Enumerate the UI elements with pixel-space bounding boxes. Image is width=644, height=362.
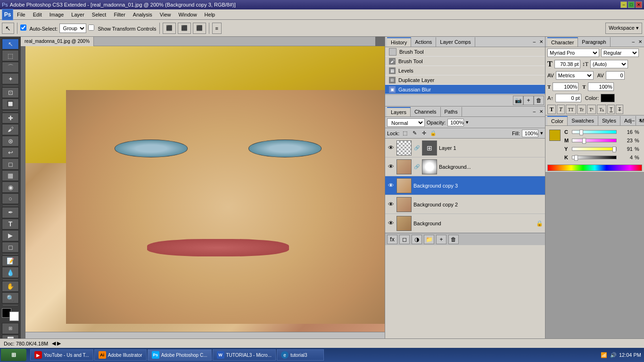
tracking-select[interactable]: Metrics Optical: [556, 71, 594, 80]
paragraph-tab[interactable]: Paragraph: [578, 37, 610, 47]
minimize-button[interactable]: –: [620, 1, 627, 8]
actions-tab[interactable]: Actions: [411, 37, 436, 47]
sub-btn[interactable]: T₁: [597, 105, 606, 114]
align-left-btn[interactable]: ⬛: [163, 23, 176, 34]
magic-wand-tool[interactable]: ✦: [2, 73, 19, 84]
canvas-area[interactable]: real_madonna_01.jpg @ 200% Doc: 780.0K/4…: [21, 37, 385, 348]
text-tool[interactable]: T: [2, 219, 19, 230]
path-selection-tool[interactable]: ▶: [2, 230, 19, 241]
menu-select[interactable]: Select: [88, 9, 110, 20]
font-style-select[interactable]: Regular Bold Italic: [601, 49, 639, 57]
layer-item-bgcopy2[interactable]: 👁 Background copy 2: [385, 195, 545, 214]
strikethrough-btn[interactable]: T: [616, 105, 623, 114]
taskbar-photoshop[interactable]: Ps Adobe Photoshop C...: [148, 349, 212, 361]
layers-tab[interactable]: Layers: [387, 107, 411, 116]
eyedropper2-tool[interactable]: 💧: [2, 267, 19, 278]
opacity-arrows[interactable]: ▾: [466, 119, 469, 125]
taskbar-tutorial3[interactable]: e tutorial3: [277, 349, 324, 361]
distribute-btn[interactable]: ≡: [212, 23, 222, 34]
cyan-thumb[interactable]: [579, 130, 583, 135]
fill-input[interactable]: [522, 130, 538, 137]
menu-window[interactable]: Window: [174, 9, 200, 20]
bg-visibility[interactable]: 👁: [387, 220, 395, 227]
history-item-2[interactable]: ▦ Levels: [385, 66, 545, 75]
document-tab[interactable]: real_madonna_01.jpg @ 200%: [21, 37, 94, 46]
opacity-input[interactable]: [447, 119, 464, 126]
layer1-visibility[interactable]: 👁: [387, 144, 395, 152]
quick-mask-btn[interactable]: ⊞: [2, 323, 19, 334]
menu-image[interactable]: Image: [46, 9, 68, 20]
blur-tool[interactable]: ◉: [2, 181, 19, 192]
new-state-btn[interactable]: +: [523, 96, 534, 105]
bold-btn[interactable]: T: [547, 105, 556, 114]
layer-item-background[interactable]: 👁 🔗 Background...: [385, 157, 545, 176]
styles-tab[interactable]: Styles: [598, 116, 620, 125]
paths-tab[interactable]: Paths: [441, 107, 462, 116]
layer-group-btn[interactable]: 📁: [424, 235, 434, 244]
history-item-4[interactable]: ▣ Gaussian Blur: [385, 85, 545, 94]
layers-close[interactable]: ✕: [539, 109, 543, 114]
horizontal-scrollbar[interactable]: [25, 332, 385, 338]
autoselect-dropdown[interactable]: Group Layer: [59, 24, 86, 33]
layer-item-bgcopy3[interactable]: 👁 Background copy 3: [385, 176, 545, 195]
eyedropper-tool[interactable]: 🔲: [2, 99, 19, 109]
layer-mask-btn[interactable]: ◻: [399, 235, 410, 244]
magenta-thumb[interactable]: [582, 138, 586, 144]
new-snapshot-btn[interactable]: 📷: [513, 96, 523, 105]
bgcopy3-visibility[interactable]: 👁: [387, 182, 395, 189]
delete-state-btn[interactable]: 🗑: [534, 96, 544, 105]
taskbar-youtube[interactable]: ▶ YouTube - Us and T...: [30, 349, 93, 361]
dodge-tool[interactable]: ○: [2, 193, 19, 204]
lock-all-icon[interactable]: 🔒: [429, 130, 437, 137]
underline-btn[interactable]: T: [607, 105, 615, 114]
allcaps-btn[interactable]: TT: [566, 105, 576, 114]
move-tool-btn[interactable]: ↖: [2, 23, 14, 34]
selection-tool[interactable]: ⬚: [2, 50, 19, 61]
align-center-btn[interactable]: ⬛: [178, 23, 191, 34]
fill-arrows[interactable]: ▾: [540, 130, 543, 136]
history-tab[interactable]: History: [387, 37, 411, 47]
text-color-swatch[interactable]: [601, 94, 615, 102]
blend-mode-select[interactable]: Normal Multiply Screen: [387, 118, 425, 127]
healing-brush-tool[interactable]: ✚: [2, 113, 19, 123]
color-swatch[interactable]: [549, 130, 561, 141]
menu-analysis[interactable]: Analysis: [129, 9, 156, 20]
color-close[interactable]: ✕: [638, 118, 642, 123]
menu-help[interactable]: Help: [201, 9, 219, 20]
swatches-tab[interactable]: Swatches: [568, 116, 598, 125]
start-button[interactable]: ⊞: [1, 349, 26, 361]
pen-tool[interactable]: ✒: [2, 207, 19, 218]
layer-new-btn[interactable]: +: [436, 235, 446, 244]
maximize-button[interactable]: □: [628, 1, 635, 8]
history-close[interactable]: ✕: [539, 39, 543, 44]
layers-minimize[interactable]: –: [533, 109, 536, 114]
lock-transparent-icon[interactable]: ⬚: [401, 130, 409, 137]
background-visibility[interactable]: 👁: [387, 163, 395, 171]
smallcaps-btn[interactable]: Tr: [577, 105, 586, 114]
workspace-btn[interactable]: Workspace ▾: [605, 23, 642, 34]
menu-view[interactable]: View: [156, 9, 175, 20]
gradient-tool[interactable]: ▦: [2, 170, 19, 181]
character-tab[interactable]: Character: [547, 37, 578, 47]
move-tool[interactable]: ↖: [2, 39, 19, 49]
background-color[interactable]: [9, 312, 19, 321]
history-minimize[interactable]: –: [533, 39, 536, 44]
layer-item-layer1[interactable]: 👁 🔗 ⊞ Layer 1: [385, 139, 545, 157]
history-item-snapshot[interactable]: Brush Tool: [385, 47, 545, 57]
menu-file[interactable]: File: [13, 9, 29, 20]
char-close[interactable]: ✕: [638, 39, 642, 44]
layer-fx-btn[interactable]: fx: [387, 235, 397, 244]
char-minimize[interactable]: –: [632, 39, 635, 44]
menu-filter[interactable]: Filter: [110, 9, 129, 20]
lasso-tool[interactable]: ⌒: [2, 62, 19, 73]
font-size-input[interactable]: [554, 60, 580, 68]
lock-image-icon[interactable]: ✎: [411, 130, 418, 137]
history-brush-tool[interactable]: ↩: [2, 147, 19, 158]
lock-move-icon[interactable]: ✛: [420, 130, 428, 137]
layer-item-bg[interactable]: 👁 Background 🔒: [385, 214, 545, 233]
history-item-1[interactable]: 🖌 Brush Tool: [385, 57, 545, 66]
menu-layer[interactable]: Layer: [67, 9, 88, 20]
clone-stamp-tool[interactable]: ⊛: [2, 136, 19, 147]
color-switcher[interactable]: [2, 308, 19, 321]
font-family-select[interactable]: Myriad Pro: [547, 49, 599, 57]
